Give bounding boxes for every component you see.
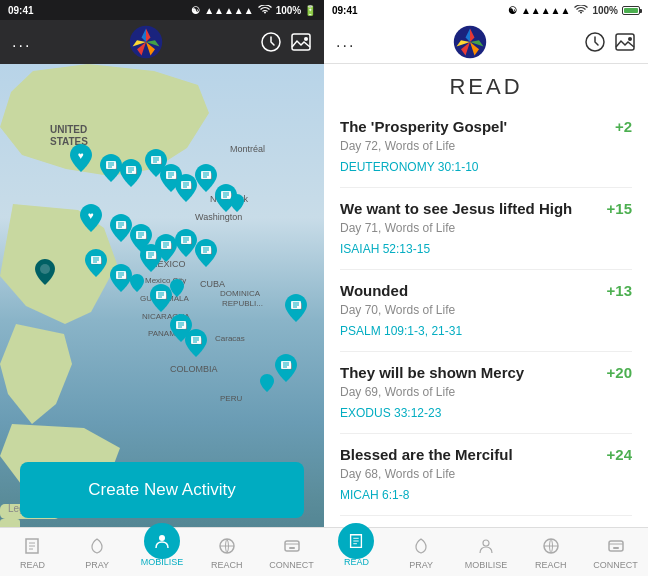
tab-pray-label-right: PRAY xyxy=(409,560,433,570)
right-battery-icon: 100% xyxy=(592,5,618,16)
read-item-sub-0: Day 72, Words of Life xyxy=(340,139,632,153)
svg-text:♥: ♥ xyxy=(78,150,84,161)
read-item-link-0[interactable]: DEUTERONOMY 30:1-10 xyxy=(340,160,479,174)
read-item-sub-3: Day 69, Words of Life xyxy=(340,385,632,399)
read-list[interactable]: The 'Prosperity Gospel' +2 Day 72, Words… xyxy=(324,106,648,527)
map-pin-13: 📖 xyxy=(140,244,162,272)
tab-mobilise-label-right: MOBILISE xyxy=(465,560,508,570)
map-pin-2: 📖 xyxy=(120,159,142,187)
read-active-circle xyxy=(338,523,374,559)
svg-point-54 xyxy=(628,37,632,41)
right-tab-bar: READ PRAY MOBILISE xyxy=(324,527,648,576)
read-item-sub-1: Day 71, Words of Life xyxy=(340,221,632,235)
map-label-venezuela: Caracas xyxy=(215,334,245,343)
svg-rect-49 xyxy=(285,541,299,551)
reach-icon-right xyxy=(539,534,563,558)
tab-connect-right[interactable]: CONNECT xyxy=(583,534,648,570)
svg-point-32 xyxy=(40,264,50,274)
svg-point-55 xyxy=(483,540,489,546)
read-item-link-3[interactable]: EXODUS 33:12-23 xyxy=(340,406,441,420)
app-logo-left xyxy=(128,24,164,60)
map-label-cuba: CUBA xyxy=(200,279,225,289)
left-tab-bar: READ PRAY MOBILISE xyxy=(0,527,324,576)
tab-reach-label-right: REACH xyxy=(535,560,567,570)
create-activity-button[interactable]: Create New Activity xyxy=(20,462,304,518)
map-pin-26 xyxy=(260,374,274,392)
map-label-peru: PERU xyxy=(220,394,242,403)
read-item-sub-4: Day 68, Words of Life xyxy=(340,467,632,481)
map-label-colombia: COLOMBIA xyxy=(170,364,218,374)
read-item-score-2: +13 xyxy=(607,282,632,299)
read-item-title-1: We want to see Jesus lifted High xyxy=(340,200,599,217)
connect-icon-right xyxy=(604,534,628,558)
nav-menu-dots[interactable]: ... xyxy=(12,33,31,51)
tab-reach-left[interactable]: REACH xyxy=(194,534,259,570)
right-wifi-icon xyxy=(574,5,588,15)
read-item-4[interactable]: Blessed are the Merciful +24 Day 68, Wor… xyxy=(340,434,632,516)
map-pin-24: 📖 xyxy=(185,329,207,357)
map-pin-25: 📖 xyxy=(275,354,297,382)
map-pin-6: 📖 xyxy=(195,164,217,192)
right-status-icons: ☯ ▲▲▲▲▲ 100% xyxy=(508,5,640,16)
read-item-1[interactable]: We want to see Jesus lifted High +15 Day… xyxy=(340,188,632,270)
status-bar-left: 09:41 ☯ ▲▲▲▲▲ 100% 🔋 xyxy=(0,0,324,20)
svg-rect-53 xyxy=(616,34,634,50)
read-item-score-0: +2 xyxy=(615,118,632,135)
tab-read-left[interactable]: READ xyxy=(0,534,65,570)
map-pin-16 xyxy=(35,259,55,285)
tab-mobilise-left[interactable]: MOBILISE xyxy=(130,523,195,567)
mountain-icon-left[interactable] xyxy=(290,31,312,53)
svg-rect-58 xyxy=(613,547,619,549)
nav-bar-right: ... xyxy=(324,20,648,64)
read-item-3[interactable]: They will be shown Mercy +20 Day 69, Wor… xyxy=(340,352,632,434)
read-item-2[interactable]: Wounded +13 Day 70, Words of Life PSALM … xyxy=(340,270,632,352)
svg-rect-2 xyxy=(292,34,310,50)
map-pin-0: ♥ xyxy=(70,144,92,172)
tab-reach-right[interactable]: REACH xyxy=(518,534,583,570)
tab-pray-right[interactable]: PRAY xyxy=(389,534,454,570)
clock-icon-left[interactable] xyxy=(260,31,282,53)
map-pin-10: 📖 xyxy=(110,214,132,242)
svg-point-3 xyxy=(304,37,308,41)
tab-mobilise-label-left: MOBILISE xyxy=(141,557,184,567)
clock-icon-right[interactable] xyxy=(584,31,606,53)
read-item-0[interactable]: The 'Prosperity Gospel' +2 Day 72, Words… xyxy=(340,106,632,188)
map-pin-20: 📖 xyxy=(150,284,172,312)
map-pin-14: 📖 xyxy=(175,229,197,257)
map-pin-17: 📖 xyxy=(85,249,107,277)
map-pin-19 xyxy=(130,274,144,292)
mobilise-active-circle xyxy=(144,523,180,559)
reach-icon-left xyxy=(215,534,239,558)
map-pin-5: 📖 xyxy=(175,174,197,202)
read-item-score-1: +15 xyxy=(607,200,632,217)
map-pin-9: ♥ xyxy=(80,204,102,232)
map-label-washington: Washington xyxy=(195,212,242,222)
central-america-landmass xyxy=(0,324,80,424)
read-item-title-3: They will be shown Mercy xyxy=(340,364,599,381)
right-nav-icons xyxy=(584,31,636,53)
tab-read-label-left: READ xyxy=(20,560,45,570)
svg-point-47 xyxy=(159,535,165,541)
tab-read-right[interactable]: READ xyxy=(324,523,389,567)
tab-connect-label-left: CONNECT xyxy=(269,560,314,570)
right-signal-icon: ▲▲▲▲▲ xyxy=(521,5,571,16)
tab-reach-label-left: REACH xyxy=(211,560,243,570)
map-label-republic: REPUBLI... xyxy=(222,299,263,308)
read-item-title-4: Blessed are the Merciful xyxy=(340,446,599,463)
nav-right-icons xyxy=(260,31,312,53)
tab-mobilise-right[interactable]: MOBILISE xyxy=(454,534,519,570)
read-item-link-4[interactable]: MICAH 6:1-8 xyxy=(340,488,409,502)
tab-connect-label-right: CONNECT xyxy=(593,560,638,570)
map-pin-8 xyxy=(230,194,244,212)
app-logo-right xyxy=(452,24,488,60)
read-item-link-2[interactable]: PSALM 109:1-3, 21-31 xyxy=(340,324,462,338)
mountain-icon-right[interactable] xyxy=(614,31,636,53)
tab-pray-left[interactable]: PRAY xyxy=(65,534,130,570)
right-nav-dots[interactable]: ... xyxy=(336,33,355,51)
read-section-title: READ xyxy=(324,64,648,106)
book-icon-left xyxy=(20,534,44,558)
map-pin-22: 📖 xyxy=(285,294,307,322)
status-bar-right: 09:41 ☯ ▲▲▲▲▲ 100% xyxy=(324,0,648,20)
tab-connect-left[interactable]: CONNECT xyxy=(259,534,324,570)
read-item-link-1[interactable]: ISAIAH 52:13-15 xyxy=(340,242,430,256)
